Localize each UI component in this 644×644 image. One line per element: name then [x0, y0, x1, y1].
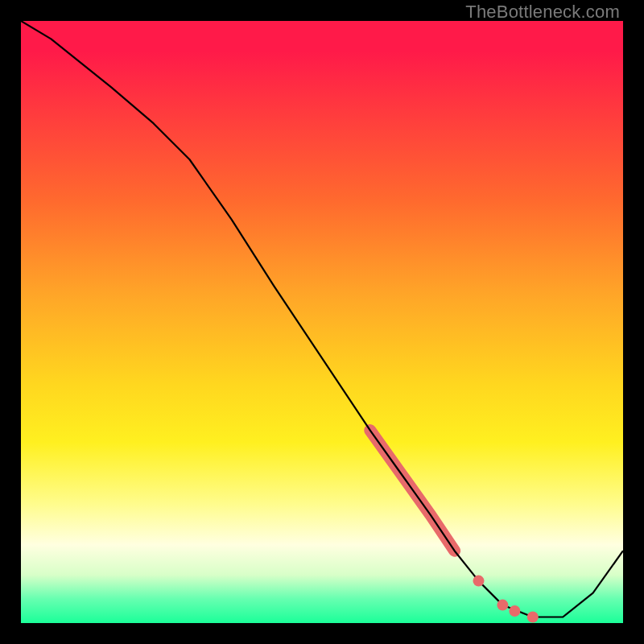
highlight-dot: [509, 605, 520, 617]
chart-svg: [21, 21, 623, 623]
watermark-text: TheBottleneck.com: [465, 2, 620, 23]
highlight-dot: [473, 576, 485, 587]
highlight-dots: [473, 576, 539, 623]
highlight-dot: [497, 600, 508, 611]
chart-frame: TheBottleneck.com: [0, 0, 644, 644]
highlight-dot: [527, 612, 539, 623]
main-curve: [21, 21, 623, 617]
plot-area: [21, 21, 623, 623]
